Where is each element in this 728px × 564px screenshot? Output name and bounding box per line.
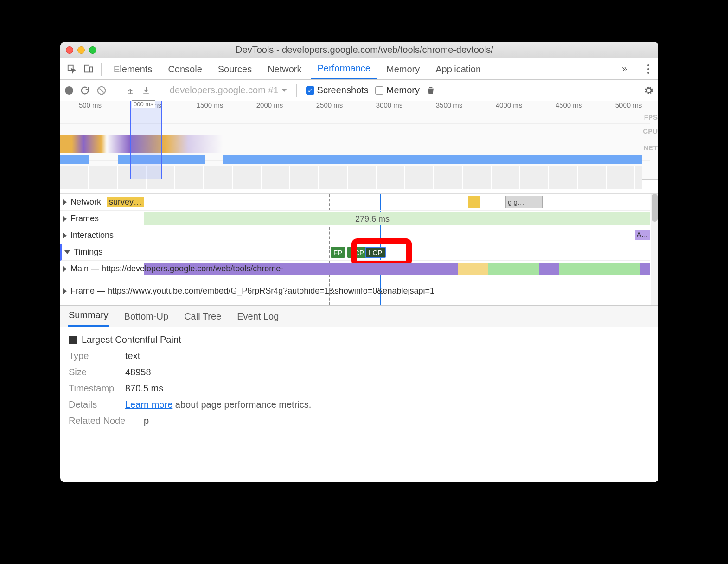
- separator: [116, 84, 116, 97]
- track-network[interactable]: Network survey… g g…: [60, 194, 650, 211]
- summary-details-tail: about page performance metrics.: [172, 399, 311, 410]
- tab-event-log[interactable]: Event Log: [236, 307, 280, 327]
- overview-cpu-label: CPU: [643, 127, 658, 135]
- timeline-overview[interactable]: 500 ms 000 ms 1500 ms 2000 ms 2500 ms 30…: [60, 101, 658, 180]
- inspect-element-icon[interactable]: [65, 62, 79, 76]
- overview-fps-label: FPS: [644, 113, 658, 121]
- overview-tick: 4000 ms: [479, 101, 539, 111]
- summary-related-value[interactable]: p: [144, 416, 149, 426]
- timing-lcp-marker[interactable]: LCP: [365, 247, 386, 258]
- svg-rect-4: [128, 93, 133, 94]
- svg-rect-1: [85, 65, 89, 72]
- tab-elements[interactable]: Elements: [107, 59, 159, 79]
- tab-summary[interactable]: Summary: [68, 305, 109, 327]
- summary-pane: Largest Contentful Paint Type text Size …: [60, 327, 658, 482]
- summary-related-label: Related Node: [69, 416, 138, 426]
- recording-dropdown-label: developers.google.com #1: [170, 85, 279, 96]
- load-profile-icon[interactable]: [126, 86, 135, 95]
- overview-tick: 2500 ms: [300, 101, 359, 111]
- overview-selection-window[interactable]: 000 ms: [130, 101, 162, 179]
- screenshots-checkbox[interactable]: ✓ Screenshots: [306, 85, 369, 96]
- clear-button[interactable]: [96, 85, 107, 96]
- flamechart-tracks[interactable]: Network survey… g g… Frames 279.6 ms Int…: [60, 194, 658, 306]
- summary-timestamp-value: 870.5 ms: [125, 383, 163, 394]
- device-toggle-icon[interactable]: [82, 62, 96, 76]
- summary-title-row: Largest Contentful Paint: [69, 334, 650, 345]
- garbage-collect-icon[interactable]: [426, 85, 435, 96]
- summary-type-label: Type: [69, 351, 120, 361]
- track-frame-label: Frame — https://www.youtube.com/embed/G_…: [70, 286, 434, 296]
- track-main[interactable]: Main — https://developers.google.com/web…: [60, 261, 650, 277]
- event-color-swatch: [69, 336, 77, 344]
- record-button[interactable]: [65, 86, 73, 95]
- expand-icon[interactable]: [63, 216, 67, 222]
- expand-icon[interactable]: [63, 288, 67, 294]
- svg-rect-6: [429, 87, 433, 88]
- summary-details-label: Details: [69, 399, 120, 410]
- checkbox-checked-icon: ✓: [306, 86, 314, 95]
- track-interactions[interactable]: Interactions A…: [60, 227, 650, 244]
- scrollbar-thumb[interactable]: [652, 194, 658, 222]
- summary-row-related-node: Related Node p: [69, 416, 650, 426]
- save-profile-icon[interactable]: [141, 86, 151, 95]
- tab-performance[interactable]: Performance: [311, 58, 377, 79]
- window-titlebar: DevTools - developers.google.com/web/too…: [60, 42, 658, 58]
- expand-icon[interactable]: [63, 199, 67, 205]
- tab-application[interactable]: Application: [429, 59, 487, 79]
- summary-row-details: Details Learn more about page performanc…: [69, 399, 650, 410]
- summary-row-type: Type text: [69, 351, 650, 361]
- expand-icon[interactable]: [63, 233, 67, 238]
- summary-size-label: Size: [69, 367, 120, 378]
- timing-fcp-marker[interactable]: FCP: [347, 247, 367, 258]
- window-close-button[interactable]: [66, 46, 73, 54]
- track-timings[interactable]: Timings FP FCP LCP: [60, 244, 650, 261]
- performance-toolbar: developers.google.com #1 ✓ Screenshots M…: [60, 80, 658, 101]
- separator: [445, 84, 445, 97]
- overview-selection-label: 000 ms: [132, 100, 155, 108]
- more-tabs-icon[interactable]: »: [618, 63, 631, 75]
- tab-console[interactable]: Console: [161, 59, 208, 79]
- tab-bottom-up[interactable]: Bottom-Up: [123, 307, 170, 327]
- network-request-block[interactable]: [468, 196, 480, 208]
- track-main-label: Main — https://developers.google.com/web…: [70, 264, 283, 274]
- screenshots-label: Screenshots: [317, 85, 369, 96]
- summary-timestamp-label: Timestamp: [69, 383, 120, 394]
- overview-tick: 1500 ms: [180, 101, 240, 111]
- capture-settings-icon[interactable]: [644, 85, 654, 96]
- frame-duration: 279.6 ms: [355, 214, 390, 224]
- overview-tick: 5000 ms: [599, 101, 658, 111]
- network-request-block[interactable]: survey…: [107, 197, 144, 207]
- recording-dropdown[interactable]: developers.google.com #1: [170, 85, 287, 96]
- memory-label: Memory: [386, 85, 420, 96]
- track-frame[interactable]: Frame — https://www.youtube.com/embed/G_…: [60, 277, 650, 305]
- devtools-window: DevTools - developers.google.com/web/too…: [60, 42, 658, 482]
- tab-sources[interactable]: Sources: [211, 59, 258, 79]
- frame-span[interactable]: [144, 212, 650, 225]
- devtools-menu-icon[interactable]: [643, 64, 654, 74]
- checkbox-unchecked-icon: [375, 86, 383, 95]
- track-frames[interactable]: Frames 279.6 ms: [60, 211, 650, 227]
- reload-record-button[interactable]: [80, 85, 90, 96]
- interaction-block[interactable]: A…: [635, 230, 650, 240]
- track-timings-label: Timings: [74, 247, 102, 257]
- overview-tick: 3000 ms: [359, 101, 419, 111]
- tab-memory[interactable]: Memory: [380, 59, 426, 79]
- learn-more-link[interactable]: Learn more: [125, 399, 172, 410]
- chevron-down-icon: [281, 89, 287, 92]
- memory-checkbox[interactable]: Memory: [375, 85, 420, 96]
- details-tabstrip: Summary Bottom-Up Call Tree Event Log: [60, 306, 658, 327]
- expand-icon[interactable]: [63, 266, 67, 272]
- separator: [296, 84, 297, 97]
- collapse-icon[interactable]: [64, 250, 70, 254]
- separator: [160, 84, 160, 97]
- vertical-scrollbar[interactable]: [651, 194, 658, 305]
- timing-fp-marker[interactable]: FP: [331, 247, 345, 258]
- network-request-block[interactable]: g g…: [505, 196, 543, 208]
- separator: [637, 63, 637, 76]
- tab-call-tree[interactable]: Call Tree: [183, 307, 222, 327]
- tab-network[interactable]: Network: [261, 59, 308, 79]
- track-interactions-label: Interactions: [70, 231, 114, 240]
- overview-net-label: NET: [644, 144, 658, 152]
- overview-tick: 3500 ms: [419, 101, 479, 111]
- summary-type-value: text: [125, 351, 140, 361]
